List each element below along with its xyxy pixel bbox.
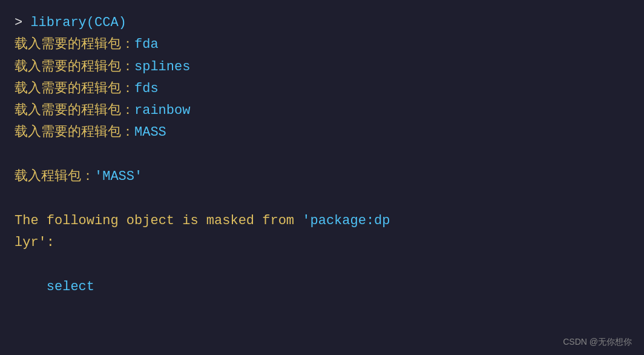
loading-text-splines: 载入需要的程辑包：splines [15,56,190,78]
masked-text-1: The following object is masked from 'pac… [15,210,390,232]
select-line: select [15,276,629,298]
loaded-text: 载入程辑包：'MASS' [15,166,142,188]
blank-line-2 [15,188,629,210]
output-line-loaded: 载入程辑包：'MASS' [15,166,629,188]
masked-line-2: lyr': [15,232,629,254]
output-line-splines: 载入需要的程辑包：splines [15,56,629,78]
output-line-mass: 载入需要的程辑包：MASS [15,122,629,144]
watermark: CSDN @无你想你 [563,337,632,348]
blank-line-1 [15,144,629,166]
loading-text-fds: 载入需要的程辑包：fds [15,78,159,100]
loading-text-mass: 载入需要的程辑包：MASS [15,122,166,144]
output-line-fds: 载入需要的程辑包：fds [15,78,629,100]
prompt-symbol: > [15,12,30,34]
blank-line-3 [15,254,629,276]
loading-text-fda: 载入需要的程辑包：fda [15,34,159,56]
command-line: > library(CCA) [15,12,629,34]
loading-text-rainbow: 载入需要的程辑包：rainbow [15,100,190,122]
select-text: select [15,276,94,298]
terminal-window: > library(CCA) 载入需要的程辑包：fda 载入需要的程辑包：spl… [0,0,644,355]
masked-text-2: lyr': [15,232,54,254]
output-line-fda: 载入需要的程辑包：fda [15,34,629,56]
masked-line-1: The following object is masked from 'pac… [15,210,629,232]
output-line-rainbow: 载入需要的程辑包：rainbow [15,100,629,122]
command-text: library(CCA) [30,12,126,34]
